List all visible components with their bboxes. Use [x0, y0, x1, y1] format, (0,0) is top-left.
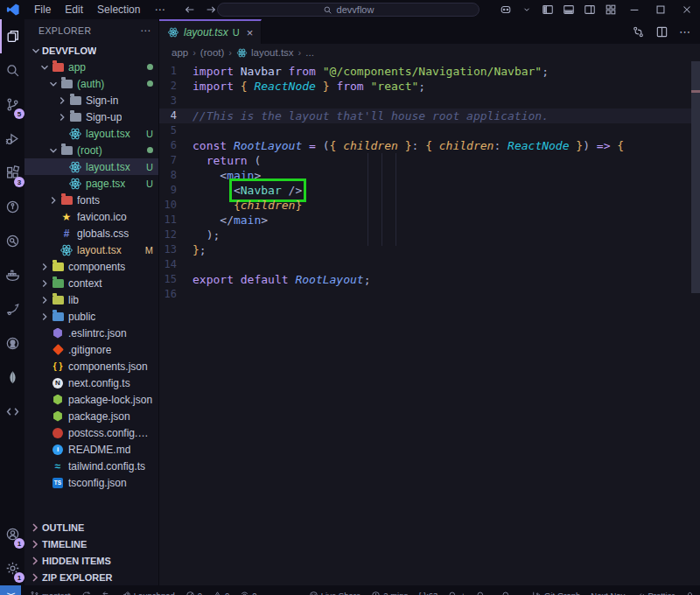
tree-item-tailwind.config.ts[interactable]: ≈tailwind.config.ts [24, 458, 158, 474]
close-button[interactable] [674, 0, 700, 19]
tree-item-sign-up[interactable]: Sign-up [24, 108, 158, 125]
forward-arrow-icon[interactable] [205, 4, 217, 16]
copilot-button[interactable] [495, 0, 516, 19]
status-zoom-reset[interactable]: - - [501, 591, 522, 595]
tree-item-favicon.ico[interactable]: ★favicon.ico [24, 208, 158, 225]
scrollbar[interactable] [691, 61, 700, 293]
breadcrumb-item[interactable]: app [172, 47, 188, 58]
activity-thunder-client[interactable] [0, 292, 24, 326]
toggle-secondary-sidebar-button[interactable] [579, 0, 600, 19]
more-actions-icon[interactable]: ⋯ [679, 25, 691, 38]
menu-selection[interactable]: Selection [90, 0, 147, 19]
gitlens-compare-icon [102, 591, 111, 595]
status-git-branch[interactable]: master* [30, 591, 71, 595]
panel-timeline[interactable]: TIMELINE [24, 536, 158, 552]
activity-github[interactable] [0, 326, 24, 360]
status-notifications[interactable] [685, 591, 695, 595]
activity-gitlens-inspect[interactable] [0, 224, 24, 258]
minimize-button[interactable] [621, 0, 648, 19]
explorer-icon [5, 29, 20, 44]
history-nav [184, 4, 217, 16]
explorer-more-actions-icon[interactable]: ⋯ [140, 24, 151, 37]
status-gitlens-compare[interactable] [102, 591, 111, 595]
activity-settings[interactable]: 1 [0, 551, 24, 585]
breadcrumb-item[interactable]: ... [305, 47, 314, 58]
breadcrumb-separator: › [298, 47, 302, 58]
panel-zip-explorer[interactable]: ZIP EXPLORER [24, 569, 158, 585]
tree-item-lib[interactable]: lib [24, 291, 158, 308]
panel-hidden-items[interactable]: HIDDEN ITEMS [24, 552, 158, 569]
command-center-search[interactable]: devvflow [217, 3, 480, 17]
status-time-tracker[interactable]: 2 mins [371, 591, 408, 595]
activity-search[interactable] [0, 53, 24, 88]
activity-source-control[interactable]: 5 [0, 88, 24, 122]
tree-item-.gitignore[interactable]: .gitignore [24, 341, 158, 358]
maximize-button[interactable] [648, 0, 674, 19]
status-next-nav[interactable]: Next Nav [591, 591, 625, 595]
tree-item-auth[interactable]: (auth) [24, 75, 158, 92]
compare-changes-icon[interactable] [632, 25, 645, 38]
status-zoom-out[interactable]: - [476, 591, 491, 595]
activity-run-and-debug[interactable] [0, 122, 24, 156]
status-ports[interactable]: 0 [240, 591, 256, 595]
chevron-down [47, 78, 60, 90]
tree-item-sign-in[interactable]: Sign-in [24, 92, 158, 108]
tree-item-postcss.config.mjs[interactable]: postcss.config.mjs [24, 424, 158, 441]
status-live-share[interactable]: Live Share [309, 591, 360, 595]
activity-explorer[interactable] [0, 19, 24, 53]
status-prettier[interactable]: Prettier [635, 591, 675, 595]
tree-item-fonts[interactable]: fonts [24, 192, 158, 208]
activity-mongodb[interactable] [0, 360, 24, 395]
status-problems-warnings[interactable]: 0 [213, 591, 229, 595]
status-problems-errors[interactable]: 0 [186, 591, 202, 595]
activity-extensions[interactable]: 3 [0, 156, 24, 190]
menu-[interactable]: ⋯ [147, 0, 172, 19]
overview-ruler-mark [691, 90, 700, 93]
customize-layout-button[interactable] [600, 0, 621, 19]
activity-gitlens[interactable] [0, 190, 24, 224]
tree-item-page.tsx[interactable]: page.tsxU [24, 175, 158, 192]
tree-item-layout.tsx[interactable]: layout.tsxU [24, 158, 158, 175]
status-zoom-in[interactable]: + [448, 591, 466, 595]
tree-item-.eslintrc.json[interactable]: .eslintrc.json [24, 325, 158, 341]
chevron-right [38, 261, 51, 273]
status-launchpad[interactable]: Launchpad [122, 591, 175, 595]
status-sync-changes[interactable] [81, 591, 91, 595]
status-git-graph[interactable]: Git Graph [532, 591, 580, 595]
split-editor-icon[interactable] [655, 25, 668, 38]
menu-file[interactable]: File [27, 0, 58, 19]
tab-close-icon[interactable]: × [247, 26, 254, 39]
breadcrumb-item[interactable]: layout.tsx [236, 47, 294, 59]
tree-item-public[interactable]: public [24, 308, 158, 325]
tree-item-next.config.ts[interactable]: Nnext.config.ts [24, 374, 158, 391]
toggle-sidebar-button[interactable] [537, 0, 558, 19]
activity-docker[interactable] [0, 258, 24, 292]
activity-accounts[interactable]: 1 [0, 517, 24, 551]
tree-item-devvflow[interactable]: DEVVFLOW [24, 42, 158, 59]
chevron-right-icon [28, 537, 42, 551]
problems-errors-icon [186, 591, 195, 595]
activity-code-tools[interactable] [0, 395, 24, 429]
tree-item-package-lock.json[interactable]: package-lock.json [24, 391, 158, 408]
tree-item-readme.md[interactable]: iREADME.md [24, 441, 158, 458]
breadcrumb-item[interactable]: (root) [200, 47, 224, 58]
tree-item-components.json[interactable]: { }components.json [24, 358, 158, 374]
tree-item-root[interactable]: (root) [24, 142, 158, 158]
tree-item-package.json[interactable]: package.json [24, 408, 158, 424]
toggle-panel-button[interactable] [558, 0, 579, 19]
code-editor[interactable]: 1import Navbar from "@/components/Naviga… [159, 61, 700, 585]
tab-layout-tsx[interactable]: layout.tsx U × [159, 19, 262, 44]
tree-item-app[interactable]: app [24, 59, 158, 75]
tree-item-components[interactable]: components [24, 258, 158, 275]
panel-outline[interactable]: OUTLINE [24, 519, 158, 536]
status-char-count[interactable]: { }:63 [418, 591, 438, 595]
remote-indicator[interactable]: >< [0, 585, 21, 595]
tree-item-tsconfig.json[interactable]: TStsconfig.json [24, 474, 158, 491]
copilot-menu-button[interactable] [516, 0, 537, 19]
tree-item-layout.tsx[interactable]: layout.tsxU [24, 125, 158, 142]
tree-item-layout.tsx[interactable]: layout.tsxM [24, 242, 158, 258]
menu-edit[interactable]: Edit [58, 0, 90, 19]
tree-item-globals.css[interactable]: #globals.css [24, 225, 158, 242]
tree-item-context[interactable]: context [24, 275, 158, 291]
back-arrow-icon[interactable] [184, 4, 196, 16]
